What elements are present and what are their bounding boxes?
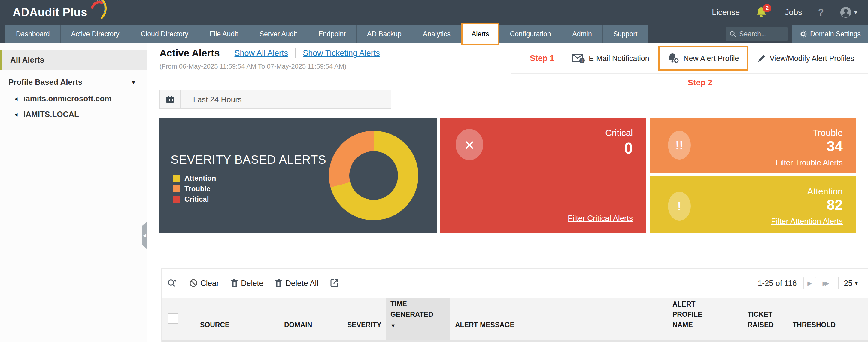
column-header-time-generated[interactable]: TIME GENERATED ▼: [385, 297, 450, 340]
app-logo-text: ADAudit Plus: [12, 6, 87, 19]
filter-critical-alerts-link[interactable]: Filter Critical Alerts: [568, 214, 633, 223]
user-menu[interactable]: ▾: [840, 6, 857, 18]
column-header-domain[interactable]: DOMAIN: [279, 297, 342, 340]
delete-all-button[interactable]: Delete All: [275, 279, 318, 288]
domain-settings-label: Domain Settings: [810, 30, 861, 38]
column-header-alert-profile-name[interactable]: ALERT PROFILE NAME: [668, 297, 743, 340]
search-filter-button[interactable]: [167, 278, 177, 288]
table-toolbar: Clear De: [162, 269, 868, 297]
select-all-checkbox[interactable]: [167, 313, 178, 324]
tab-support[interactable]: Support: [603, 25, 648, 43]
severity-based-alerts-panel: SEVERITY BASED ALERTS Attention Trouble …: [159, 117, 437, 233]
sidebar-collapse-handle[interactable]: ◀: [142, 222, 147, 249]
tab-alerts[interactable]: Alerts: [461, 23, 499, 45]
trash-icon: [275, 279, 283, 288]
sidebar-item-all-alerts[interactable]: All Alerts: [0, 51, 147, 70]
search-icon: [729, 30, 737, 37]
chevron-down-icon: ▾: [855, 280, 858, 287]
card-count: 34: [812, 138, 843, 154]
chevron-left-icon: ◂: [14, 111, 18, 118]
page-size-select[interactable]: 25 ▾: [844, 279, 858, 288]
export-icon[interactable]: [330, 279, 339, 288]
chevron-left-icon: ◂: [14, 95, 18, 102]
search-input[interactable]: Search...: [726, 27, 787, 41]
topbar-divider: [832, 7, 832, 18]
tab-cloud-directory[interactable]: Cloud Directory: [130, 25, 199, 43]
tab-configuration[interactable]: Configuration: [499, 25, 562, 43]
topbar-menu: License 2 Jobs ?: [712, 6, 857, 18]
email-notification-button[interactable]: ! E-Mail Notification: [572, 53, 649, 63]
card-count: 0: [605, 139, 633, 157]
card-count: 82: [807, 197, 843, 213]
view-modify-alert-profiles-button[interactable]: View/Modify Alert Profiles: [757, 54, 854, 63]
pagination-range: 1-25 of 116: [758, 279, 797, 288]
notifications-button[interactable]: 2: [756, 6, 769, 18]
gear-icon: [799, 30, 807, 38]
tab-endpoint[interactable]: Endpoint: [308, 25, 356, 43]
clear-button[interactable]: Clear: [189, 279, 219, 288]
legend-item-critical: Critical: [173, 195, 216, 203]
calendar-icon[interactable]: [160, 90, 181, 109]
column-header-ticket-raised[interactable]: TICKET RAISED: [743, 297, 788, 340]
date-filter[interactable]: Last 24 Hours: [159, 90, 391, 109]
chevron-down-icon: ▾: [132, 78, 135, 86]
tab-ad-backup[interactable]: AD Backup: [356, 25, 412, 43]
jobs-link[interactable]: Jobs: [785, 8, 802, 17]
filter-attention-alerts-link[interactable]: Filter Attention Alerts: [771, 217, 843, 226]
column-header-label: TICKET RAISED: [748, 309, 775, 330]
nav-tabs: Dashboard Active Directory Cloud Directo…: [5, 25, 648, 43]
tab-dashboard[interactable]: Dashboard: [5, 25, 61, 43]
legend-swatch-trouble: [173, 185, 180, 192]
date-range-text: (From 06-May-2025 11:59:54 AM To 07-May-…: [159, 62, 380, 70]
svg-text:!: !: [582, 58, 583, 63]
next-page-button[interactable]: ▶: [803, 277, 816, 289]
tab-analytics[interactable]: Analytics: [412, 25, 461, 43]
new-alert-profile-highlight: New Alert Profile: [658, 46, 748, 71]
show-ticketing-alerts-link[interactable]: Show Ticketing Alerts: [303, 49, 380, 58]
new-alert-profile-button[interactable]: New Alert Profile: [668, 53, 739, 64]
chevron-down-icon: ▾: [854, 9, 857, 16]
email-notification-icon: !: [572, 53, 585, 63]
help-button[interactable]: ?: [818, 7, 824, 18]
chart-title: SEVERITY BASED ALERTS: [170, 153, 326, 167]
clear-icon: [189, 279, 198, 287]
legend-label: Critical: [184, 195, 209, 203]
filter-trouble-alerts-link[interactable]: Filter Trouble Alerts: [775, 158, 843, 167]
adaudit-plus-page: ADAudit Plus License: [0, 0, 868, 342]
table-row: [162, 340, 868, 342]
license-link[interactable]: License: [712, 8, 740, 17]
sort-desc-icon: ▼: [391, 322, 435, 330]
sidebar-item-label: iamits.onmicrosoft.com: [24, 94, 112, 104]
column-header-severity[interactable]: SEVERITY: [342, 297, 385, 340]
legend-item-attention: Attention: [173, 174, 216, 182]
main-content: Active Alerts Show All Alerts Show Ticke…: [147, 43, 868, 342]
sidebar-group-profile-based-alerts[interactable]: Profile Based Alerts ▾: [0, 73, 147, 91]
new-alert-profile-label: New Alert Profile: [684, 54, 739, 63]
tab-server-audit[interactable]: Server Audit: [249, 25, 308, 43]
body-row: All Alerts Profile Based Alerts ▾ ◂ iami…: [0, 43, 868, 342]
topbar-divider: [810, 7, 810, 18]
column-header-label: TIME GENERATED: [391, 299, 435, 319]
severity-donut: [329, 131, 418, 220]
column-header-alert-message[interactable]: ALERT MESSAGE: [450, 297, 668, 340]
nav-right: Search... Domain Settings: [726, 25, 868, 43]
last-page-button[interactable]: ▶▶: [819, 277, 832, 289]
delete-button[interactable]: Delete: [230, 279, 264, 288]
column-header-source[interactable]: SOURCE: [195, 297, 279, 340]
divider: [838, 277, 839, 289]
app-logo[interactable]: ADAudit Plus: [12, 4, 106, 21]
domain-settings-button[interactable]: Domain Settings: [792, 25, 868, 43]
view-modify-label: View/Modify Alert Profiles: [770, 54, 854, 63]
tab-admin[interactable]: Admin: [562, 25, 603, 43]
tab-active-directory[interactable]: Active Directory: [61, 25, 130, 43]
column-header-threshold[interactable]: THRESHOLD: [788, 297, 868, 340]
sidebar-item-domain[interactable]: ◂ iamits.onmicrosoft.com: [0, 91, 147, 106]
show-all-alerts-link[interactable]: Show All Alerts: [235, 49, 288, 58]
column-header-label: ALERT PROFILE NAME: [673, 299, 720, 330]
clear-label: Clear: [200, 279, 219, 288]
sidebar-item-domain[interactable]: ◂ IAMITS.LOCAL: [0, 106, 147, 122]
header-actions: Step 1 ! E-Mail Notification: [530, 46, 854, 71]
chart-legend: Attention Trouble Critical: [173, 174, 216, 203]
legend-swatch-critical: [173, 196, 180, 203]
tab-file-audit[interactable]: File Audit: [199, 25, 249, 43]
